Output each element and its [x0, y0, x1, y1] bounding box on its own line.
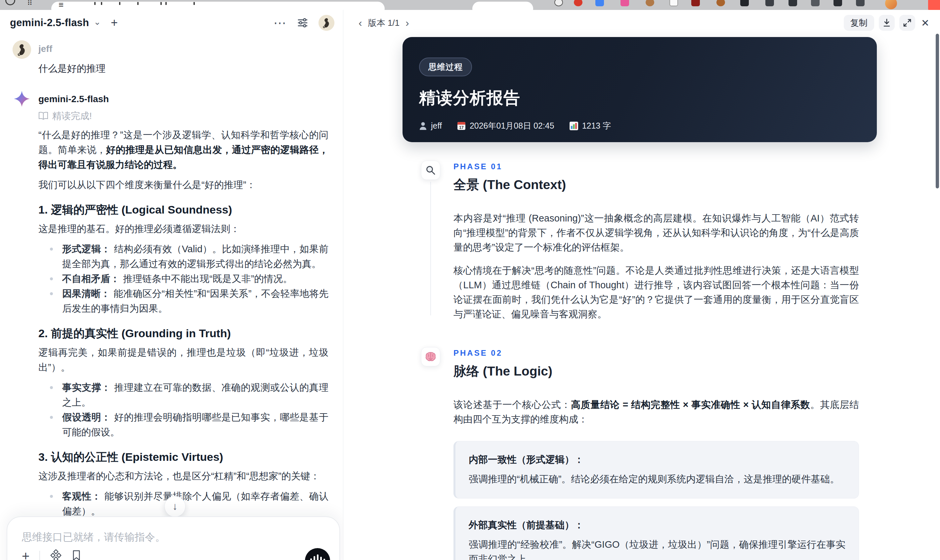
- profile-avatar[interactable]: [885, 0, 897, 9]
- message-author: jeff: [39, 40, 105, 54]
- scroll-to-bottom-button[interactable]: ↓: [164, 496, 186, 517]
- report-document: 思维过程 精读分析报告 jeff 17 2026年01月08日 02:45 12…: [402, 37, 877, 560]
- list-item: 形式逻辑：结构必须有效（Valid）。比如演绎推理中，如果前提全部为真，那么通过…: [62, 242, 328, 271]
- extension-icon[interactable]: [834, 0, 842, 6]
- extension-icon[interactable]: [811, 0, 820, 6]
- phase-title: 脉络 (The Logic): [453, 362, 859, 380]
- chevron-right-icon[interactable]: ›: [405, 17, 409, 28]
- list-item: 事实支撑：推理建立在可靠的数据、准确的观测或公认的真理之上。: [62, 380, 328, 410]
- composer-toolbar: +: [22, 549, 81, 560]
- person-icon: [419, 122, 427, 130]
- scrollbar[interactable]: [936, 34, 939, 188]
- extension-icon[interactable]: [691, 0, 700, 6]
- report-title: 精读分析报告: [419, 87, 860, 109]
- expand-icon: [903, 18, 912, 28]
- download-button[interactable]: [879, 15, 895, 31]
- chevron-left-icon[interactable]: ‹: [359, 17, 362, 28]
- download-icon: [883, 18, 891, 28]
- assistant-response: “什么是好的推理？”这是一个涉及逻辑学、认知科学和哲学核心的问题。简单来说，好的…: [39, 128, 328, 560]
- calendar-icon: 17: [457, 122, 466, 130]
- copy-button[interactable]: 复制: [844, 15, 874, 31]
- extension-icon[interactable]: [621, 0, 629, 6]
- voice-input-button[interactable]: [305, 548, 330, 560]
- report-hero: 思维过程 精读分析报告 jeff 17 2026年01月08日 02:45 12…: [402, 37, 877, 142]
- phase-paragraph: 本内容是对“推理 (Reasoning)”这一抽象概念的高层建模。在知识爆炸与人…: [453, 211, 859, 255]
- user-avatar: [12, 40, 31, 59]
- list-item: 不自相矛盾：推理链条中不能出现“既是又非”的情况。: [62, 271, 328, 286]
- browser-reload-icon[interactable]: [5, 0, 15, 5]
- more-options-icon[interactable]: ⋯: [274, 15, 287, 30]
- extension-icon[interactable]: [669, 0, 678, 6]
- close-icon[interactable]: ✕: [921, 17, 929, 29]
- phase-title: 全景 (The Context): [453, 176, 859, 194]
- phase-logic: PHASE 02 脉络 (The Logic) 该论述基于一个核心公式：高质量结…: [402, 347, 877, 560]
- extension-icon[interactable]: [595, 0, 604, 6]
- chevron-down-icon[interactable]: ⌄: [94, 17, 101, 27]
- chat-header: gemini-2.5-flash ⌄ + ⋯: [0, 10, 343, 36]
- section-heading: 3. 认知的公正性 (Epistemic Virtues): [39, 450, 328, 463]
- user-message-text: 什么是好的推理: [39, 62, 105, 75]
- gemini-star-icon: [12, 91, 31, 560]
- expand-button[interactable]: [899, 15, 915, 31]
- extension-icon[interactable]: [574, 0, 582, 6]
- dimension-card: 内部一致性（形式逻辑）： 强调推理的“机械正确”。结论必须在给定的规则系统内逻辑…: [453, 441, 859, 498]
- report-badge: 思维过程: [419, 57, 472, 76]
- dimension-cards: 内部一致性（形式逻辑）： 强调推理的“机械正确”。结论必须在给定的规则系统内逻辑…: [453, 441, 859, 560]
- attach-button[interactable]: +: [22, 549, 29, 560]
- extension-icon[interactable]: [554, 0, 563, 6]
- extension-icon[interactable]: [765, 0, 774, 6]
- phase-paragraph: 核心情境在于解决“思考的随意性”问题。不论是人类通过批判性思维进行决策，还是大语…: [453, 263, 859, 322]
- phase-context: PHASE 01 全景 (The Context) 本内容是对“推理 (Reas…: [402, 161, 877, 322]
- section-heading: 2. 前提的真实性 (Grounding in Truth): [39, 327, 328, 340]
- magnifier-icon: [421, 161, 440, 180]
- extension-icon[interactable]: [646, 0, 654, 6]
- bar-chart-icon: [570, 122, 578, 130]
- user-message: jeff 什么是好的推理: [12, 40, 328, 75]
- list-item: 客观性：能够识别并尽量排除个人偏见（如幸存者偏差、确认偏差）。: [62, 489, 328, 518]
- address-bar[interactable]: ≡: [51, 2, 385, 10]
- skills-icon[interactable]: [50, 549, 62, 560]
- report-meta: jeff 17 2026年01月08日 02:45 1213 字: [419, 120, 860, 131]
- browser-chrome: ⣿ ≡: [0, 0, 940, 10]
- section-heading: 1. 逻辑的严密性 (Logical Soundness): [39, 203, 328, 216]
- bookmark-icon[interactable]: [72, 550, 81, 560]
- meta-datetime: 17 2026年01月08日 02:45: [457, 120, 554, 131]
- extension-icon[interactable]: [717, 0, 725, 6]
- extension-icon[interactable]: [789, 0, 797, 6]
- phase-paragraph: 该论述基于一个核心公式：高质量结论 = 结构完整性 × 事实准确性 × 认知自律…: [453, 397, 859, 426]
- artifact-preview-pane: ‹ 版本 1/1 › 复制 ✕ 思维过程 精读分析报告: [343, 10, 940, 560]
- message-composer[interactable]: 思维接口已就绪，请传输指令。 +: [7, 516, 340, 560]
- assistant-message: gemini-2.5-flash 精读完成! “什么是好的推理？”这是一个涉及逻…: [12, 91, 328, 560]
- composer-placeholder: 思维接口已就绪，请传输指令。: [22, 530, 325, 544]
- svg-text:17: 17: [459, 125, 464, 130]
- list-item: 因果清晰：能准确区分“相关性”和“因果关系”，不会轻率地将先后发生的事情归为因果…: [62, 286, 328, 316]
- settings-sliders-icon[interactable]: [297, 17, 308, 29]
- browser-corner-button[interactable]: [928, 0, 940, 10]
- message-author: gemini-2.5-flash: [39, 91, 328, 104]
- assistant-status: 精读完成!: [39, 110, 328, 122]
- arrow-down-icon: ↓: [172, 500, 177, 512]
- phase-label: PHASE 02: [453, 347, 859, 358]
- version-label: 版本 1/1: [368, 17, 399, 29]
- brain-icon: [421, 347, 440, 366]
- report-phases: PHASE 01 全景 (The Context) 本内容是对“推理 (Reas…: [402, 161, 877, 560]
- extension-icon[interactable]: [856, 0, 864, 6]
- address-bar-secondary[interactable]: [472, 2, 533, 10]
- new-chat-button[interactable]: +: [111, 16, 118, 30]
- chat-messages[interactable]: jeff 什么是好的推理 gemini-2.5-flash: [0, 37, 343, 560]
- list-item: 假设透明：好的推理会明确指明哪些是已知事实，哪些是基于可能的假设。: [62, 410, 328, 440]
- extension-icon[interactable]: [740, 0, 749, 6]
- meta-author: jeff: [419, 121, 442, 131]
- meta-word-count: 1213 字: [570, 120, 611, 131]
- model-title[interactable]: gemini-2.5-flash: [10, 17, 89, 29]
- browser-apps-icon[interactable]: ⣿: [27, 0, 36, 5]
- chat-pane: gemini-2.5-flash ⌄ + ⋯: [0, 10, 343, 560]
- book-icon: [39, 112, 48, 120]
- menu-icon: ≡: [59, 0, 63, 10]
- version-nav: ‹ 版本 1/1 ›: [359, 17, 409, 29]
- dimension-card: 外部真实性（前提基础）： 强调推理的“经验校准”。解决“GIGO（垃圾进，垃圾出…: [453, 506, 859, 560]
- preview-toolbar: ‹ 版本 1/1 › 复制 ✕: [343, 10, 940, 36]
- phase-label: PHASE 01: [453, 161, 859, 171]
- user-avatar[interactable]: [319, 15, 334, 31]
- divider: [39, 551, 40, 560]
